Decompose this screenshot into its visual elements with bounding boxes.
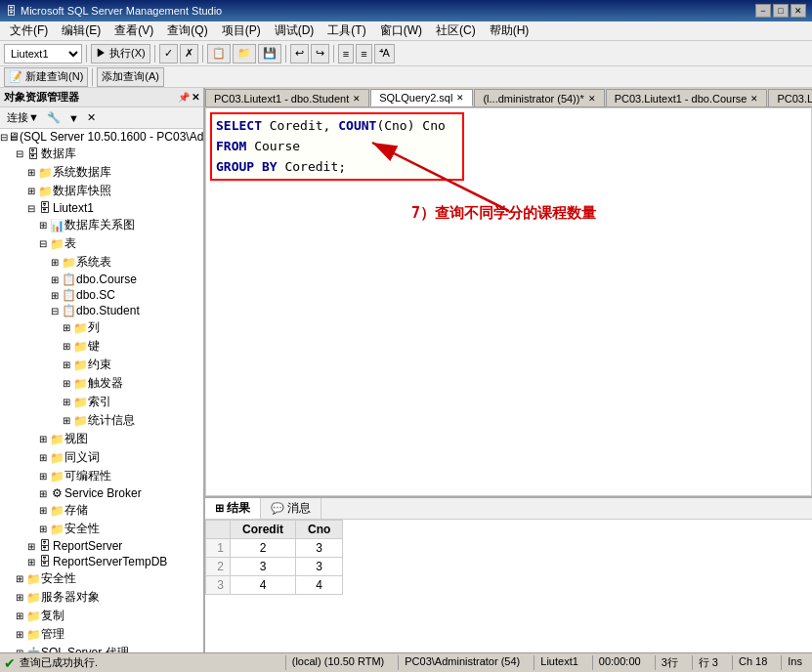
toggle-server[interactable]: ⊟ bbox=[0, 132, 8, 143]
redo-button[interactable]: ↪ bbox=[311, 44, 329, 63]
tab-admin[interactable]: (l...dministrator (54))* ✕ bbox=[474, 89, 604, 106]
menu-view[interactable]: 查看(V) bbox=[108, 21, 159, 41]
new-query-button[interactable]: 📋 bbox=[207, 44, 231, 63]
toggle-storage[interactable]: ⊞ bbox=[37, 505, 49, 516]
query-editor[interactable]: SELECT Coredit, COUNT(Cno) Cno FROM Cour… bbox=[205, 107, 812, 496]
toggle-tables[interactable]: ⊟ bbox=[37, 238, 49, 249]
tab-admin-close[interactable]: ✕ bbox=[588, 94, 596, 104]
refresh-button[interactable]: 🔧 bbox=[44, 110, 64, 125]
tree-security[interactable]: ⊞ 📁 安全性 bbox=[0, 569, 203, 588]
tree-systable[interactable]: ⊞ 📁 系统表 bbox=[0, 253, 203, 272]
menu-help[interactable]: 帮助(H) bbox=[484, 21, 535, 41]
toggle-server-obj[interactable]: ⊞ bbox=[14, 592, 25, 603]
database-selector[interactable]: Liutext1 bbox=[4, 44, 82, 63]
tab-sqlquery[interactable]: SQLQuery2.sql ✕ bbox=[370, 89, 473, 106]
menu-project[interactable]: 项目(P) bbox=[216, 21, 267, 41]
menu-file[interactable]: 文件(F) bbox=[4, 21, 54, 41]
toggle-systable[interactable]: ⊞ bbox=[49, 257, 61, 268]
add-query-btn[interactable]: 添加查询(A) bbox=[97, 67, 164, 87]
toggle-liutext1[interactable]: ⊟ bbox=[25, 203, 37, 214]
toggle-sc[interactable]: ⊞ bbox=[49, 290, 61, 301]
toggle-constraints[interactable]: ⊞ bbox=[61, 359, 72, 370]
toggle-mgmt[interactable]: ⊞ bbox=[14, 629, 25, 640]
tree-server-node[interactable]: ⊟ 🖥 (SQL Server 10.50.1600 - PC03\Admini… bbox=[0, 129, 203, 145]
tree-storage[interactable]: ⊞ 📁 存储 bbox=[0, 501, 203, 520]
tree-server-objects[interactable]: ⊞ 📁 服务器对象 bbox=[0, 588, 203, 607]
tree-db-snapshot[interactable]: ⊞ 📁 数据库快照 bbox=[0, 182, 203, 200]
undo-button[interactable]: ↩ bbox=[290, 44, 309, 63]
save-button[interactable]: 💾 bbox=[258, 44, 281, 63]
parse-button[interactable]: ✓ bbox=[159, 44, 178, 63]
tree-triggers[interactable]: ⊞ 📁 触发器 bbox=[0, 374, 203, 393]
toggle-triggers[interactable]: ⊞ bbox=[61, 378, 72, 389]
tree-replication[interactable]: ⊞ 📁 复制 bbox=[0, 607, 203, 625]
toggle-keys[interactable]: ⊞ bbox=[61, 341, 72, 352]
toggle-snapshot[interactable]: ⊞ bbox=[25, 186, 37, 196]
menu-edit[interactable]: 编辑(E) bbox=[56, 21, 107, 41]
new-query-btn2[interactable]: 📝 新建查询(N) bbox=[4, 67, 88, 87]
tree-db-diagram[interactable]: ⊞ 📊 数据库关系图 bbox=[0, 216, 203, 234]
indent-button[interactable]: ≡ bbox=[338, 44, 354, 63]
toggle-sysdb[interactable]: ⊞ bbox=[25, 167, 37, 178]
tree-tables[interactable]: ⊟ 📁 表 bbox=[0, 234, 203, 253]
tree-constraints[interactable]: ⊞ 📁 约束 bbox=[0, 356, 203, 374]
filter-button[interactable]: ▼ bbox=[65, 111, 82, 125]
open-button[interactable]: 📁 bbox=[233, 44, 256, 63]
tree-sql-agent[interactable]: ⊞ 🤖 SQL Server 代理 bbox=[0, 644, 203, 652]
stop-button[interactable]: ✕ bbox=[84, 110, 99, 125]
menu-community[interactable]: 社区(C) bbox=[430, 21, 482, 41]
tree-keys[interactable]: ⊞ 📁 键 bbox=[0, 337, 203, 356]
tree-programmability[interactable]: ⊞ 📁 可编程性 bbox=[0, 467, 203, 485]
menu-query[interactable]: 查询(Q) bbox=[161, 21, 213, 41]
tree-management[interactable]: ⊞ 📁 管理 bbox=[0, 625, 203, 644]
comment-button[interactable]: ⁴A bbox=[374, 44, 395, 63]
execute-button[interactable]: ▶ 执行(X) bbox=[91, 44, 150, 63]
toggle-sb[interactable]: ⊞ bbox=[37, 488, 49, 499]
close-button[interactable]: ✕ bbox=[791, 4, 806, 18]
tab-sc[interactable]: PC03.Liutext1 - dbo.SC ✕ bbox=[768, 89, 812, 106]
tree-statistics[interactable]: ⊞ 📁 统计信息 bbox=[0, 411, 203, 430]
toggle-rs[interactable]: ⊞ bbox=[25, 541, 37, 552]
tree-views[interactable]: ⊞ 📁 视图 bbox=[0, 430, 203, 448]
toggle-security[interactable]: ⊞ bbox=[14, 573, 25, 584]
toggle-dbdiag[interactable]: ⊞ bbox=[37, 220, 49, 231]
minimize-button[interactable]: − bbox=[755, 4, 771, 18]
results-tab-results[interactable]: ⊞ 结果 bbox=[205, 498, 261, 519]
tab-sqlquery-close[interactable]: ✕ bbox=[456, 93, 464, 103]
toggle-stats[interactable]: ⊞ bbox=[61, 415, 72, 426]
tab-course-close[interactable]: ✕ bbox=[750, 94, 758, 104]
tab-course[interactable]: PC03.Liutext1 - dbo.Course ✕ bbox=[606, 89, 768, 106]
tree-dbo-course[interactable]: ⊞ 📋 dbo.Course bbox=[0, 272, 203, 287]
outdent-button[interactable]: ≡ bbox=[356, 44, 371, 63]
maximize-button[interactable]: □ bbox=[773, 4, 789, 18]
toggle-student[interactable]: ⊟ bbox=[49, 306, 61, 316]
connect-button[interactable]: 连接▼ bbox=[4, 109, 42, 126]
toggle-synonyms[interactable]: ⊞ bbox=[37, 452, 49, 463]
toggle-repl[interactable]: ⊞ bbox=[14, 610, 25, 621]
toggle-rstemp[interactable]: ⊞ bbox=[25, 557, 37, 567]
menu-debug[interactable]: 调试(D) bbox=[269, 21, 321, 41]
tree-indexes[interactable]: ⊞ 📁 索引 bbox=[0, 393, 203, 411]
toggle-sec-db[interactable]: ⊞ bbox=[37, 524, 49, 534]
tree-columns[interactable]: ⊞ 📁 列 bbox=[0, 318, 203, 337]
toggle-databases[interactable]: ⊟ bbox=[14, 148, 25, 159]
toggle-cols[interactable]: ⊞ bbox=[61, 322, 72, 333]
tree-reportserver[interactable]: ⊞ 🗄 ReportServer bbox=[0, 538, 203, 554]
toggle-agent[interactable]: ⊞ bbox=[14, 648, 25, 652]
panel-close-icon[interactable]: ✕ bbox=[192, 92, 199, 103]
tree-dbo-student[interactable]: ⊟ 📋 dbo.Student bbox=[0, 303, 203, 318]
tree-dbo-sc[interactable]: ⊞ 📋 dbo.SC bbox=[0, 287, 203, 303]
tree-databases[interactable]: ⊟ 🗄 数据库 bbox=[0, 145, 203, 163]
toggle-prog[interactable]: ⊞ bbox=[37, 471, 49, 482]
menu-tools[interactable]: 工具(T) bbox=[321, 21, 371, 41]
toggle-views[interactable]: ⊞ bbox=[37, 434, 49, 444]
toggle-course[interactable]: ⊞ bbox=[49, 274, 61, 285]
menu-window[interactable]: 窗口(W) bbox=[374, 21, 428, 41]
toggle-indexes[interactable]: ⊞ bbox=[61, 397, 72, 407]
tree-reportserver-temp[interactable]: ⊞ 🗄 ReportServerTempDB bbox=[0, 554, 203, 569]
tree-service-broker[interactable]: ⊞ ⚙ Service Broker bbox=[0, 485, 203, 501]
tree-system-db[interactable]: ⊞ 📁 系统数据库 bbox=[0, 163, 203, 182]
tree-security-db[interactable]: ⊞ 📁 安全性 bbox=[0, 520, 203, 538]
tree-synonyms[interactable]: ⊞ 📁 同义词 bbox=[0, 448, 203, 467]
tree-liutext1[interactable]: ⊟ 🗄 Liutext1 bbox=[0, 200, 203, 216]
